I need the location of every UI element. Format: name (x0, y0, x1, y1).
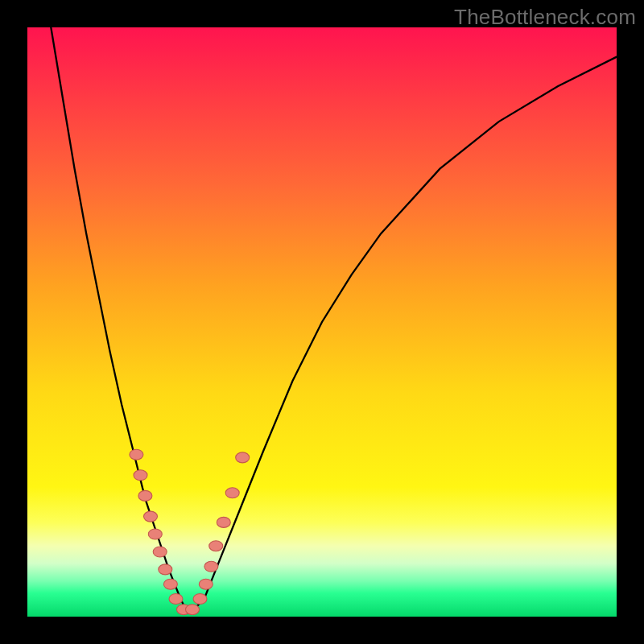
plot-area (27, 27, 617, 617)
bead-point (153, 547, 167, 557)
bead-point (209, 541, 223, 551)
bead-point (225, 488, 239, 498)
bead-point (186, 605, 200, 615)
bead-point (159, 564, 172, 575)
bead-point (204, 561, 218, 572)
curve-layer (27, 27, 617, 617)
bead-point (199, 579, 213, 589)
bead-point (138, 490, 152, 501)
bead-point (193, 594, 207, 605)
bead-point (144, 511, 158, 522)
bottleneck-curve (51, 27, 617, 611)
bead-point (169, 594, 183, 605)
bead-point (163, 579, 177, 589)
watermark-text: TheBottleneck.com (454, 5, 636, 30)
bead-point (130, 449, 143, 460)
bead-point (134, 470, 147, 481)
bead-point (217, 517, 230, 527)
bead-point (236, 452, 250, 463)
bead-point (148, 529, 162, 539)
chart-frame: TheBottleneck.com (0, 0, 644, 644)
